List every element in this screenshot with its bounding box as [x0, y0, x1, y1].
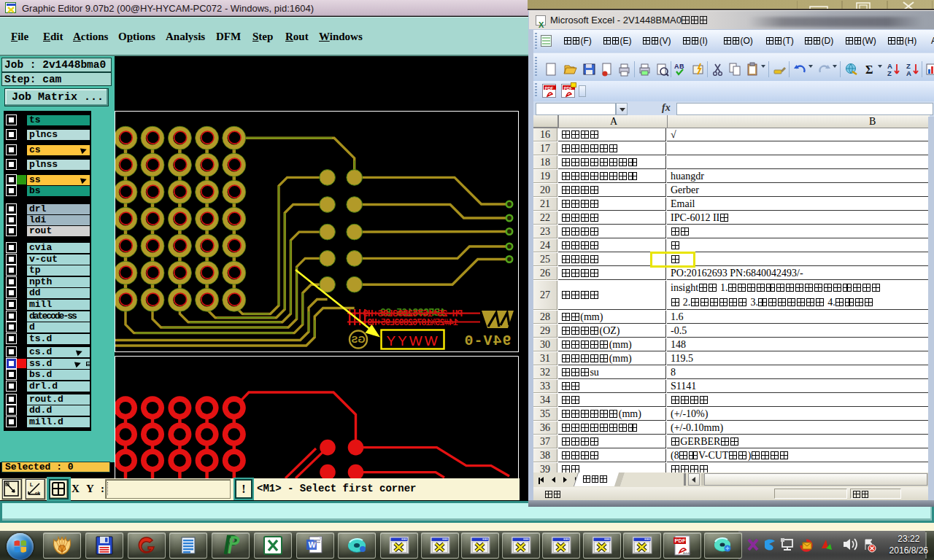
- svg-text:94V-0: 94V-0: [463, 332, 511, 349]
- svg-text:GS: GS: [351, 334, 365, 345]
- svg-text:14#25%18762893L95+H9: 14#25%18762893L95+H9: [367, 318, 458, 328]
- svg-text:A: A: [906, 69, 911, 77]
- svg-text:ok: ok: [35, 491, 41, 495]
- svg-text:W: W: [309, 540, 317, 549]
- svg-text:PDF: PDF: [675, 537, 686, 544]
- svg-text:Adobe: Adobe: [683, 551, 692, 555]
- svg-text:A: A: [674, 63, 679, 70]
- svg-text:YYWW: YYWW: [386, 333, 439, 349]
- svg-text:Z: Z: [887, 69, 892, 77]
- svg-text:L: L: [30, 482, 34, 487]
- svg-text:PDF: PDF: [545, 86, 554, 90]
- svg-text:Σ: Σ: [865, 63, 873, 76]
- svg-text:B: B: [679, 63, 684, 70]
